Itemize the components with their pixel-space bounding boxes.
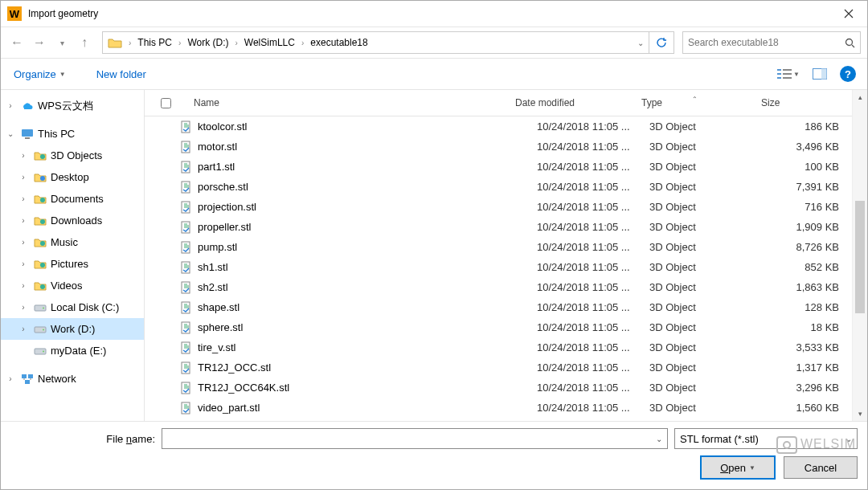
tree-item-downloads[interactable]: › Downloads xyxy=(1,210,144,231)
tree-item-videos[interactable]: › Videos xyxy=(1,275,144,296)
search-box[interactable] xyxy=(682,31,861,54)
tree-twisty-icon[interactable]: › xyxy=(4,374,17,383)
tree-twisty-icon[interactable]: › xyxy=(17,151,30,160)
tree-item-wps-[interactable]: › WPS云文档 xyxy=(1,95,144,116)
file-name: part1.stl xyxy=(198,161,235,173)
select-all-checkbox[interactable] xyxy=(161,98,171,108)
refresh-button[interactable] xyxy=(649,32,674,53)
file-row[interactable]: part1.stl 10/24/2018 11:05 ... 3D Object… xyxy=(145,157,852,177)
preview-pane-button[interactable] xyxy=(813,68,827,80)
file-type-filter[interactable]: STL format (*.stl) ⌄ xyxy=(674,428,858,449)
file-row[interactable]: sh2.stl 10/24/2018 11:05 ... 3D Object 1… xyxy=(145,277,852,297)
address-dropdown[interactable]: ⌄ xyxy=(633,39,649,47)
file-name: pump.stl xyxy=(198,241,237,253)
filename-combobox[interactable]: ⌄ xyxy=(162,428,668,449)
svg-rect-4 xyxy=(783,73,792,75)
file-row[interactable]: porsche.stl 10/24/2018 11:05 ... 3D Obje… xyxy=(145,177,852,197)
file-row[interactable]: TR12J_OCC64K.stl 10/24/2018 11:05 ... 3D… xyxy=(145,378,852,398)
scroll-thumb[interactable] xyxy=(855,201,865,313)
tree-twisty-icon[interactable]: ⌄ xyxy=(4,129,17,138)
breadcrumb-work-d[interactable]: Work (D:) xyxy=(182,32,233,53)
tree-twisty-icon[interactable]: › xyxy=(17,216,30,225)
file-date: 10/24/2018 11:05 ... xyxy=(537,402,649,414)
filename-input[interactable] xyxy=(162,429,651,448)
tree-item-documents[interactable]: › Documents xyxy=(1,188,144,210)
chevron-right-icon[interactable]: › xyxy=(127,39,133,47)
file-row[interactable]: TR12J_OCC.stl 10/24/2018 11:05 ... 3D Ob… xyxy=(145,357,852,378)
tree-item-local-disk-c-[interactable]: › Local Disk (C:) xyxy=(1,296,144,318)
tree-twisty-icon[interactable]: › xyxy=(17,173,30,182)
back-button[interactable]: ← xyxy=(7,33,27,52)
open-button[interactable]: Open ▼ xyxy=(700,455,776,480)
column-select-all[interactable] xyxy=(145,98,187,108)
column-size[interactable]: Size xyxy=(755,97,852,108)
help-button[interactable]: ? xyxy=(840,66,856,82)
tree-twisty-icon[interactable]: › xyxy=(17,303,30,312)
tree-twisty-icon[interactable]: › xyxy=(17,325,30,333)
stl-file-icon xyxy=(180,120,193,133)
scroll-up-button[interactable]: ▴ xyxy=(853,90,867,104)
stl-file-icon xyxy=(180,281,193,294)
folder-tree[interactable]: › WPS云文档⌄ This PC› 3D Objects› Desktop› … xyxy=(1,90,145,421)
tree-item-desktop[interactable]: › Desktop xyxy=(1,166,144,188)
recent-dropdown[interactable]: ▾ xyxy=(52,33,72,52)
tree-twisty-icon[interactable]: › xyxy=(17,238,30,247)
file-name: motor.stl xyxy=(198,141,237,153)
close-button[interactable] xyxy=(830,1,867,27)
file-row[interactable]: sh1.stl 10/24/2018 11:05 ... 3D Object 8… xyxy=(145,257,852,277)
tree-item-work-d-[interactable]: › Work (D:) xyxy=(1,318,144,340)
breadcrumb-welsimllc[interactable]: WelSimLLC xyxy=(240,32,300,53)
desktop-icon xyxy=(33,170,47,185)
file-row[interactable]: propeller.stl 10/24/2018 11:05 ... 3D Ob… xyxy=(145,217,852,237)
new-folder-button[interactable]: New folder xyxy=(95,65,148,84)
file-row[interactable]: motor.stl 10/24/2018 11:05 ... 3D Object… xyxy=(145,137,852,157)
file-row[interactable]: shape.stl 10/24/2018 11:05 ... 3D Object… xyxy=(145,297,852,317)
up-button[interactable]: ↑ xyxy=(75,33,94,52)
file-row[interactable]: video_part.stl 10/24/2018 11:05 ... 3D O… xyxy=(145,398,852,418)
tree-item-this-pc[interactable]: ⌄ This PC xyxy=(1,123,144,145)
tree-item-3d-objects[interactable]: › 3D Objects xyxy=(1,145,144,166)
file-row[interactable]: projection.stl 10/24/2018 11:05 ... 3D O… xyxy=(145,197,852,217)
search-input[interactable] xyxy=(683,32,839,53)
chevron-right-icon[interactable]: › xyxy=(177,39,182,47)
file-row[interactable]: sphere.stl 10/24/2018 11:05 ... 3D Objec… xyxy=(145,317,852,337)
svg-rect-25 xyxy=(28,374,33,378)
toolbar-right: ▼ ? xyxy=(777,66,856,82)
address-bar[interactable]: › This PC › Work (D:) › WelSimLLC › exec… xyxy=(102,31,674,54)
file-row[interactable]: ktoolcor.stl 10/24/2018 11:05 ... 3D Obj… xyxy=(145,116,852,137)
svg-rect-10 xyxy=(25,137,30,139)
file-row[interactable]: pump.stl 10/24/2018 11:05 ... 3D Object … xyxy=(145,237,852,257)
scroll-down-button[interactable]: ▾ xyxy=(853,406,867,421)
breadcrumb-this-pc[interactable]: This PC xyxy=(133,32,177,53)
chevron-right-icon[interactable]: › xyxy=(233,39,239,47)
column-date[interactable]: Date modified xyxy=(509,97,635,108)
search-icon[interactable] xyxy=(839,38,860,48)
view-mode-button[interactable]: ▼ xyxy=(777,68,800,80)
title-bar: W Import geometry xyxy=(1,1,867,27)
organize-button[interactable]: Organize ▼ xyxy=(12,65,68,84)
file-size: 18 KB xyxy=(755,321,852,333)
svg-point-19 xyxy=(43,307,44,308)
file-date: 10/24/2018 11:05 ... xyxy=(537,201,649,213)
chevron-right-icon[interactable]: › xyxy=(300,39,305,47)
breadcrumb-executable18[interactable]: executable18 xyxy=(305,32,372,53)
tree-twisty-icon[interactable]: › xyxy=(4,101,17,110)
button-row: Open ▼ Cancel xyxy=(10,455,858,480)
file-list[interactable]: ktoolcor.stl 10/24/2018 11:05 ... 3D Obj… xyxy=(145,116,852,421)
file-row[interactable]: tire_v.stl 10/24/2018 11:05 ... 3D Objec… xyxy=(145,337,852,357)
vertical-scrollbar[interactable]: ▴ ▾ xyxy=(852,90,867,421)
tree-item-music[interactable]: › Music xyxy=(1,231,144,253)
tree-item-network[interactable]: › Network xyxy=(1,368,144,390)
forward-button[interactable]: → xyxy=(30,33,49,52)
tree-twisty-icon[interactable]: › xyxy=(17,259,30,268)
tree-item-pictures[interactable]: › Pictures xyxy=(1,253,144,275)
file-name: sh2.stl xyxy=(198,281,228,293)
column-type[interactable]: ⌃Type xyxy=(635,97,755,108)
cancel-button[interactable]: Cancel xyxy=(784,456,858,479)
chevron-down-icon[interactable]: ⌄ xyxy=(651,435,667,443)
tree-twisty-icon[interactable]: › xyxy=(17,194,30,203)
column-name[interactable]: Name xyxy=(187,97,509,108)
tree-item-mydata-e-[interactable]: myData (E:) xyxy=(1,340,144,361)
tree-twisty-icon[interactable]: › xyxy=(17,281,30,290)
disk-icon xyxy=(33,344,47,358)
